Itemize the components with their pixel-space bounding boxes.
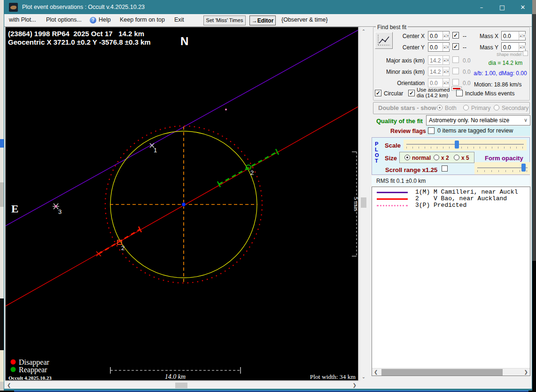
- double-stars-both-radio: [437, 105, 443, 110]
- list-scroll-thumb[interactable]: [381, 369, 503, 376]
- chord-2-label-lower: 2: [121, 244, 124, 251]
- double-stars-secondary-radio: [494, 105, 499, 110]
- mass-x-spinner[interactable]: 0.0 ▲▼: [501, 31, 526, 40]
- close-button[interactable]: ✕: [512, 0, 534, 14]
- list-scroll-right-arrow[interactable]: ❯: [524, 369, 528, 375]
- center-x-fit-checkbox[interactable]: ✓: [452, 32, 459, 39]
- review-flags-checkbox[interactable]: [428, 127, 435, 134]
- menu-help[interactable]: Help: [99, 16, 111, 23]
- center-y-fit-checkbox[interactable]: ✓: [452, 43, 459, 50]
- editor-button[interactable]: →Editor: [249, 16, 276, 25]
- observer-2-text[interactable]: 2 V Bao, near Auckland: [415, 195, 507, 202]
- quality-combobox[interactable]: Astrometry only. No reliable size ∨: [426, 115, 530, 125]
- mass-y-label: Mass Y: [477, 44, 498, 51]
- use-assumed-dia-label: Use assumed dia (14.2 km): [417, 87, 450, 98]
- star-dot: [225, 109, 227, 110]
- center-dot: [182, 203, 186, 206]
- set-miss-times-button[interactable]: Set 'Miss' Times: [203, 16, 246, 25]
- minimize-button[interactable]: –: [471, 0, 492, 14]
- mass-x-up[interactable]: ▲: [519, 34, 522, 38]
- menu-with-plot[interactable]: with Plot...: [9, 16, 36, 23]
- mas-scale-label: 5 mas: [353, 197, 358, 212]
- size-normal-radio[interactable]: [404, 155, 410, 160]
- double-stars-primary-label: Primary: [471, 105, 490, 111]
- circular-label: Circular: [384, 90, 403, 97]
- observer-1-line-swatch: [377, 192, 408, 193]
- list-scroll-left-arrow[interactable]: ❮: [374, 369, 378, 375]
- minor-axis-label: Minor axis (km): [374, 69, 425, 75]
- disappear-dot-icon: [11, 360, 16, 365]
- mass-x-label: Mass X: [477, 33, 498, 39]
- size-x2-label: x 2: [441, 155, 449, 161]
- center-y-label: Center Y: [378, 44, 425, 51]
- center-y-flag: --: [463, 44, 466, 51]
- reappear-dot-icon: [11, 367, 16, 372]
- shape-model-checkbox: [523, 51, 528, 56]
- review-flags-strip: 0 items are tagged for review: [426, 126, 530, 136]
- observer-list-hscrollbar[interactable]: ❮ ❯: [372, 368, 530, 376]
- east-label: E: [11, 203, 18, 215]
- minor-axis-fit-checkbox: [452, 68, 459, 74]
- plot-canvas[interactable]: 2 2 1 3: [5, 27, 358, 381]
- orientation-label: Orientation: [374, 80, 425, 86]
- observer-1-text[interactable]: 1(M) M Camilleri, near Auckl: [415, 188, 518, 196]
- minor-axis-spinner: 14.2 ▲▼: [428, 67, 450, 76]
- major-axis-spinner: 14.2 ▲▼: [428, 55, 450, 65]
- scroll-down-arrow[interactable]: ⌄: [360, 374, 367, 379]
- size-radio-group: normal x 2 x 5: [399, 152, 474, 163]
- menubar: with Plot... Plot options... ? Help Keep…: [4, 14, 532, 27]
- observer-3-text[interactable]: 3(P) Predicted: [415, 202, 466, 209]
- north-label: N: [180, 35, 188, 47]
- center-x-down[interactable]: ▼: [446, 34, 450, 38]
- circular-checkbox[interactable]: ✓: [375, 90, 381, 96]
- center-x-spinner[interactable]: 0.0 ▲▼: [428, 31, 450, 40]
- plot-vertical-scrollbar[interactable]: ⌃ ⌄: [359, 27, 367, 381]
- mass-y-down[interactable]: ▼: [522, 45, 526, 49]
- center-y-up[interactable]: ▲: [443, 45, 446, 49]
- dia-text: dia = 14.2 km: [480, 60, 531, 66]
- observer-3-line-swatch: [377, 205, 408, 206]
- center-y-spinner[interactable]: 0.0 ▲▼: [428, 42, 450, 52]
- plot-width-label: Plot width: 34 km: [310, 373, 356, 380]
- observer-list[interactable]: 1(M) M Camilleri, near Auckl 2 V Bao, ne…: [372, 187, 530, 376]
- vertical-scroll-thumb[interactable]: [361, 197, 366, 208]
- plot-horizontal-scrollbar[interactable]: ❮ ❯: [5, 381, 358, 389]
- major-axis-label: Major axis (km): [374, 57, 425, 64]
- scroll-right-arrow[interactable]: ❯: [353, 383, 357, 388]
- center-x-flag: --: [463, 33, 466, 39]
- menu-plot-options[interactable]: Plot options...: [46, 16, 82, 23]
- center-y-down[interactable]: ▼: [446, 45, 450, 49]
- mass-y-spinner[interactable]: 0.0 ▲▼: [501, 42, 526, 52]
- horizontal-scroll-thumb[interactable]: [175, 383, 187, 388]
- scroll-up-arrow[interactable]: ⌃: [360, 29, 367, 34]
- form-opacity-slider[interactable]: [474, 162, 530, 174]
- combo-dropdown-icon[interactable]: ∨: [524, 117, 528, 123]
- mass-x-down[interactable]: ▼: [522, 34, 526, 38]
- include-miss-events-checkbox[interactable]: [456, 90, 463, 96]
- menu-exit[interactable]: Exit: [174, 16, 184, 23]
- help-icon[interactable]: ?: [90, 17, 96, 24]
- main-window: Plot event observations : Occult v.4.202…: [4, 0, 532, 391]
- center-x-up[interactable]: ▲: [443, 34, 446, 38]
- scroll-range-checkbox[interactable]: [442, 165, 448, 172]
- chord-2-miss-segment: [96, 227, 141, 256]
- form-opacity-slider-thumb[interactable]: [521, 164, 526, 172]
- double-stars-secondary-label: Secondary: [502, 105, 528, 111]
- scale-slider[interactable]: [404, 140, 527, 150]
- include-miss-events-label: Include Miss events: [465, 90, 514, 97]
- orientation-fit-checkbox: [452, 79, 459, 86]
- menu-keep-form-on-top[interactable]: Keep form on top: [120, 16, 165, 23]
- maximize-button[interactable]: □: [491, 0, 513, 14]
- scale-slider-thumb[interactable]: [455, 141, 459, 149]
- scroll-left-arrow[interactable]: ❮: [7, 383, 11, 388]
- size-x5-label: x 5: [461, 155, 469, 161]
- mass-y-up[interactable]: ▲: [519, 45, 522, 49]
- orientation-spinner: 0.0 ▲▼: [428, 78, 450, 87]
- double-stars-title: Double stars - show: [378, 104, 436, 111]
- plot-header-line1: (23864) 1998 RP64 2025 Oct 17 14.2 km: [8, 30, 144, 38]
- use-assumed-dia-checkbox[interactable]: ✓: [408, 90, 415, 96]
- form-opacity-label: Form opacity: [485, 155, 523, 162]
- size-x5-radio[interactable]: [454, 155, 459, 160]
- size-x2-radio[interactable]: [434, 155, 439, 160]
- app-icon: [9, 3, 18, 12]
